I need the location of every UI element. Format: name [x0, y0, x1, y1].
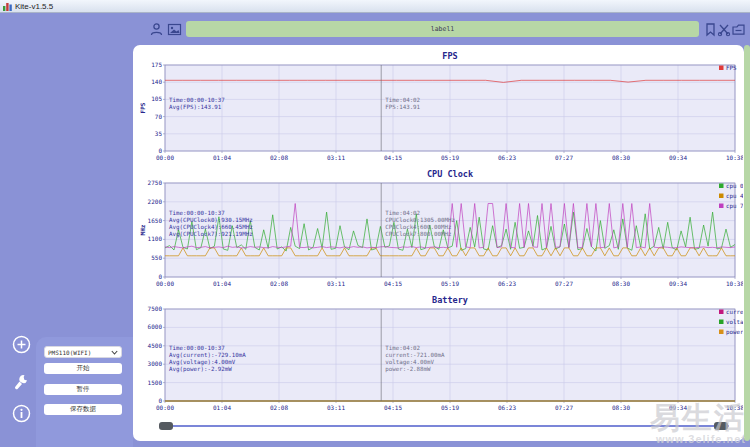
svg-text:06:23: 06:23	[498, 280, 516, 287]
svg-text:175: 175	[151, 61, 162, 68]
svg-text:Time:04:02: Time:04:02	[385, 97, 420, 103]
svg-text:02:08: 02:08	[270, 280, 288, 287]
svg-text:04:15: 04:15	[384, 154, 402, 161]
device-select[interactable]: PMS110(WIFI)	[44, 346, 122, 358]
slider-track[interactable]	[163, 425, 729, 427]
svg-text:FPS: FPS	[726, 65, 737, 71]
svg-text:08:30: 08:30	[612, 154, 630, 161]
svg-text:01:04: 01:04	[213, 404, 231, 411]
svg-text:550: 550	[151, 254, 162, 261]
svg-text:01:04: 01:04	[213, 280, 231, 287]
svg-text:FPS:143.91: FPS:143.91	[385, 104, 420, 110]
image-icon[interactable]	[167, 22, 182, 37]
svg-text:08:30: 08:30	[612, 280, 630, 287]
bookmark-icon[interactable]	[703, 22, 718, 37]
svg-text:FPS: FPS	[442, 51, 457, 61]
chevron-down-icon	[111, 350, 118, 355]
svg-text:09:34: 09:34	[669, 154, 687, 161]
svg-text:current:-721.00mA: current:-721.00mA	[385, 352, 445, 358]
charts-panel: 00:0001:0402:0803:1104:1505:1906:2307:27…	[133, 45, 744, 441]
svg-text:00:00: 00:00	[156, 154, 174, 161]
svg-text:0: 0	[158, 397, 162, 404]
svg-text:09:34: 09:34	[669, 280, 687, 287]
svg-text:Avg(CPUClock0):930.15MHz: Avg(CPUClock0):930.15MHz	[169, 217, 253, 224]
svg-text:CPUClock0:1305.00MHz: CPUClock0:1305.00MHz	[385, 217, 455, 223]
svg-text:10:38: 10:38	[726, 280, 743, 287]
device-select-value: PMS110(WIFI)	[48, 349, 111, 356]
svg-text:0: 0	[158, 273, 162, 280]
svg-text:08:30: 08:30	[612, 404, 630, 411]
svg-text:04:15: 04:15	[384, 404, 402, 411]
svg-text:10:38: 10:38	[726, 404, 743, 411]
svg-text:CPUClock7:800.00MHz: CPUClock7:800.00MHz	[385, 231, 451, 237]
svg-text:power:-2.88mW: power:-2.88mW	[385, 366, 431, 373]
svg-text:10:38: 10:38	[726, 154, 743, 161]
title-bar: Kite-v1.5.5	[0, 0, 750, 13]
svg-text:07:27: 07:27	[555, 154, 573, 161]
export-icon[interactable]	[731, 22, 746, 37]
time-range-slider[interactable]	[133, 417, 743, 435]
cpu-clock-chart[interactable]: 00:0001:0402:0803:1104:1505:1906:2307:27…	[133, 167, 743, 293]
svg-text:06:23: 06:23	[498, 404, 516, 411]
svg-text:03:11: 03:11	[327, 280, 345, 287]
start-button[interactable]: 开始	[44, 363, 122, 374]
svg-text:01:04: 01:04	[213, 154, 231, 161]
svg-text:02:08: 02:08	[270, 154, 288, 161]
wrench-icon[interactable]	[12, 372, 31, 391]
label-bar[interactable]: label1	[186, 21, 699, 37]
slider-handle-left[interactable]	[159, 422, 173, 430]
svg-text:Avg(CPUClock4):660.45MHz: Avg(CPUClock4):660.45MHz	[169, 224, 253, 231]
svg-text:05:19: 05:19	[441, 404, 459, 411]
svg-text:3000: 3000	[148, 360, 163, 367]
app-icon	[3, 2, 12, 11]
svg-text:0: 0	[158, 147, 162, 154]
info-icon[interactable]	[12, 404, 31, 423]
svg-text:1650: 1650	[148, 217, 163, 224]
svg-text:Time:00:00-10:37: Time:00:00-10:37	[169, 210, 225, 216]
pause-button[interactable]: 暂停	[44, 384, 122, 395]
svg-text:voltage: voltage	[726, 319, 743, 326]
svg-text:cpu 4-6: cpu 4-6	[726, 193, 743, 200]
slider-handle-right[interactable]	[714, 422, 728, 430]
svg-text:140: 140	[151, 78, 162, 85]
svg-text:2200: 2200	[148, 198, 163, 205]
svg-text:voltage:4.00mV: voltage:4.00mV	[385, 359, 434, 366]
svg-text:06:23: 06:23	[498, 154, 516, 161]
svg-text:Time:04:02: Time:04:02	[385, 345, 420, 351]
svg-text:FPS: FPS	[139, 102, 146, 113]
svg-text:CPU Clock: CPU Clock	[427, 169, 473, 179]
fps-chart[interactable]: 00:0001:0402:0803:1104:1505:1906:2307:27…	[133, 47, 743, 167]
svg-text:05:19: 05:19	[441, 154, 459, 161]
svg-text:7500: 7500	[148, 305, 163, 312]
save-data-button[interactable]: 保存数据	[44, 404, 122, 415]
svg-text:Battery: Battery	[432, 295, 468, 305]
svg-text:Avg(power):-2.92mW: Avg(power):-2.92mW	[169, 366, 232, 373]
svg-text:6000: 6000	[148, 323, 163, 330]
svg-text:1100: 1100	[148, 235, 163, 242]
plus-icon[interactable]	[12, 335, 31, 354]
svg-text:04:15: 04:15	[384, 280, 402, 287]
svg-text:Avg(FPS):143.91: Avg(FPS):143.91	[169, 104, 222, 111]
svg-text:70: 70	[155, 113, 163, 120]
svg-text:Time:04:02: Time:04:02	[385, 210, 420, 216]
svg-text:02:08: 02:08	[270, 404, 288, 411]
svg-text:35: 35	[155, 130, 163, 137]
svg-text:07:27: 07:27	[555, 404, 573, 411]
svg-text:Avg(CPUClock7):921.19MHz: Avg(CPUClock7):921.19MHz	[169, 231, 253, 238]
svg-text:03:11: 03:11	[327, 404, 345, 411]
svg-text:CPUClock4:600.00MHz: CPUClock4:600.00MHz	[385, 224, 451, 230]
window-title: Kite-v1.5.5	[15, 2, 53, 11]
svg-text:cpu 0-3: cpu 0-3	[726, 183, 743, 190]
svg-text:Time:00:00-10:37: Time:00:00-10:37	[169, 345, 225, 351]
person-icon[interactable]	[149, 22, 164, 37]
scissors-icon[interactable]	[717, 22, 732, 37]
svg-text:cpu 7: cpu 7	[726, 203, 743, 210]
svg-text:00:00: 00:00	[156, 404, 174, 411]
svg-text:07:27: 07:27	[555, 280, 573, 287]
battery-chart[interactable]: 00:0001:0402:0803:1104:1505:1906:2307:27…	[133, 293, 743, 415]
svg-text:05:19: 05:19	[441, 280, 459, 287]
svg-text:power: power	[726, 329, 743, 336]
svg-text:current: current	[726, 309, 743, 315]
vertical-scrollbar[interactable]	[744, 45, 750, 441]
svg-text:MHz: MHz	[139, 224, 146, 235]
